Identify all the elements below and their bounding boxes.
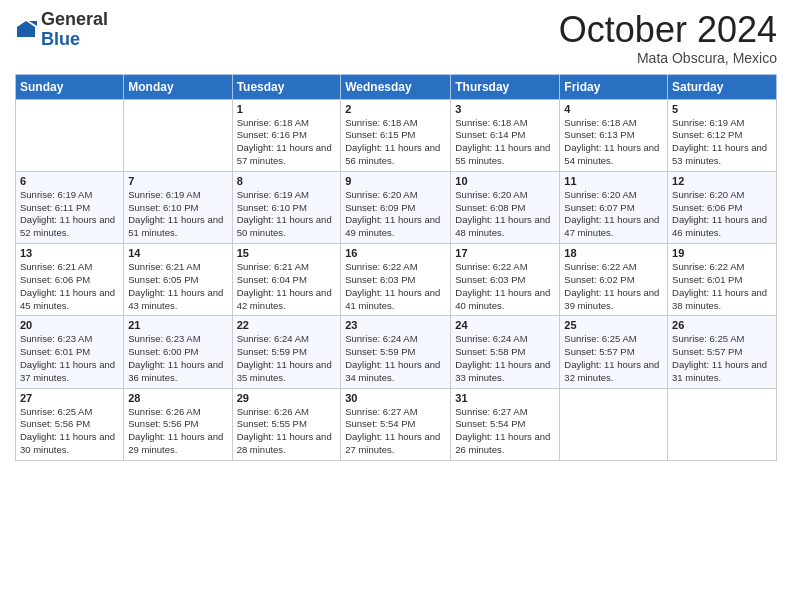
title-block: October 2024 Mata Obscura, Mexico xyxy=(559,10,777,66)
day-info: Sunrise: 6:22 AM Sunset: 6:02 PM Dayligh… xyxy=(564,261,663,312)
day-info: Sunrise: 6:21 AM Sunset: 6:06 PM Dayligh… xyxy=(20,261,119,312)
calendar-cell: 7Sunrise: 6:19 AM Sunset: 6:10 PM Daylig… xyxy=(124,171,232,243)
calendar-table: SundayMondayTuesdayWednesdayThursdayFrid… xyxy=(15,74,777,461)
day-info: Sunrise: 6:24 AM Sunset: 5:59 PM Dayligh… xyxy=(345,333,446,384)
day-info: Sunrise: 6:21 AM Sunset: 6:05 PM Dayligh… xyxy=(128,261,227,312)
day-number: 30 xyxy=(345,392,446,404)
day-info: Sunrise: 6:22 AM Sunset: 6:03 PM Dayligh… xyxy=(345,261,446,312)
calendar-cell: 1Sunrise: 6:18 AM Sunset: 6:16 PM Daylig… xyxy=(232,99,341,171)
day-info: Sunrise: 6:24 AM Sunset: 5:59 PM Dayligh… xyxy=(237,333,337,384)
logo-text: General Blue xyxy=(41,10,108,50)
day-number: 25 xyxy=(564,319,663,331)
day-number: 16 xyxy=(345,247,446,259)
logo-icon xyxy=(15,19,37,41)
day-number: 10 xyxy=(455,175,555,187)
page: General Blue October 2024 Mata Obscura, … xyxy=(0,0,792,612)
day-info: Sunrise: 6:20 AM Sunset: 6:08 PM Dayligh… xyxy=(455,189,555,240)
day-number: 21 xyxy=(128,319,227,331)
weekday-header-monday: Monday xyxy=(124,74,232,99)
calendar-cell: 11Sunrise: 6:20 AM Sunset: 6:07 PM Dayli… xyxy=(560,171,668,243)
calendar-cell xyxy=(16,99,124,171)
day-number: 29 xyxy=(237,392,337,404)
weekday-header-wednesday: Wednesday xyxy=(341,74,451,99)
day-info: Sunrise: 6:22 AM Sunset: 6:03 PM Dayligh… xyxy=(455,261,555,312)
calendar-cell: 12Sunrise: 6:20 AM Sunset: 6:06 PM Dayli… xyxy=(668,171,777,243)
day-number: 19 xyxy=(672,247,772,259)
day-number: 9 xyxy=(345,175,446,187)
day-number: 31 xyxy=(455,392,555,404)
calendar-cell: 17Sunrise: 6:22 AM Sunset: 6:03 PM Dayli… xyxy=(451,244,560,316)
calendar-cell: 18Sunrise: 6:22 AM Sunset: 6:02 PM Dayli… xyxy=(560,244,668,316)
logo: General Blue xyxy=(15,10,108,50)
day-info: Sunrise: 6:23 AM Sunset: 6:00 PM Dayligh… xyxy=(128,333,227,384)
day-number: 8 xyxy=(237,175,337,187)
weekday-header-friday: Friday xyxy=(560,74,668,99)
day-number: 28 xyxy=(128,392,227,404)
calendar-week-1: 1Sunrise: 6:18 AM Sunset: 6:16 PM Daylig… xyxy=(16,99,777,171)
calendar-cell: 3Sunrise: 6:18 AM Sunset: 6:14 PM Daylig… xyxy=(451,99,560,171)
day-number: 26 xyxy=(672,319,772,331)
day-info: Sunrise: 6:26 AM Sunset: 5:55 PM Dayligh… xyxy=(237,406,337,457)
calendar-cell: 26Sunrise: 6:25 AM Sunset: 5:57 PM Dayli… xyxy=(668,316,777,388)
weekday-header-sunday: Sunday xyxy=(16,74,124,99)
day-info: Sunrise: 6:20 AM Sunset: 6:07 PM Dayligh… xyxy=(564,189,663,240)
calendar-cell: 21Sunrise: 6:23 AM Sunset: 6:00 PM Dayli… xyxy=(124,316,232,388)
weekday-header-saturday: Saturday xyxy=(668,74,777,99)
calendar-week-2: 6Sunrise: 6:19 AM Sunset: 6:11 PM Daylig… xyxy=(16,171,777,243)
calendar-cell: 28Sunrise: 6:26 AM Sunset: 5:56 PM Dayli… xyxy=(124,388,232,460)
calendar-cell: 20Sunrise: 6:23 AM Sunset: 6:01 PM Dayli… xyxy=(16,316,124,388)
day-info: Sunrise: 6:27 AM Sunset: 5:54 PM Dayligh… xyxy=(345,406,446,457)
day-number: 4 xyxy=(564,103,663,115)
calendar-cell: 5Sunrise: 6:19 AM Sunset: 6:12 PM Daylig… xyxy=(668,99,777,171)
day-number: 6 xyxy=(20,175,119,187)
day-info: Sunrise: 6:18 AM Sunset: 6:14 PM Dayligh… xyxy=(455,117,555,168)
weekday-header-thursday: Thursday xyxy=(451,74,560,99)
location-subtitle: Mata Obscura, Mexico xyxy=(559,50,777,66)
day-number: 1 xyxy=(237,103,337,115)
calendar-cell: 9Sunrise: 6:20 AM Sunset: 6:09 PM Daylig… xyxy=(341,171,451,243)
day-info: Sunrise: 6:19 AM Sunset: 6:11 PM Dayligh… xyxy=(20,189,119,240)
calendar-week-3: 13Sunrise: 6:21 AM Sunset: 6:06 PM Dayli… xyxy=(16,244,777,316)
day-number: 23 xyxy=(345,319,446,331)
calendar-week-4: 20Sunrise: 6:23 AM Sunset: 6:01 PM Dayli… xyxy=(16,316,777,388)
day-number: 27 xyxy=(20,392,119,404)
weekday-header-tuesday: Tuesday xyxy=(232,74,341,99)
day-number: 20 xyxy=(20,319,119,331)
calendar-cell: 19Sunrise: 6:22 AM Sunset: 6:01 PM Dayli… xyxy=(668,244,777,316)
calendar-cell: 22Sunrise: 6:24 AM Sunset: 5:59 PM Dayli… xyxy=(232,316,341,388)
header: General Blue October 2024 Mata Obscura, … xyxy=(15,10,777,66)
calendar-cell: 27Sunrise: 6:25 AM Sunset: 5:56 PM Dayli… xyxy=(16,388,124,460)
day-info: Sunrise: 6:20 AM Sunset: 6:09 PM Dayligh… xyxy=(345,189,446,240)
day-number: 18 xyxy=(564,247,663,259)
day-info: Sunrise: 6:25 AM Sunset: 5:57 PM Dayligh… xyxy=(672,333,772,384)
day-info: Sunrise: 6:19 AM Sunset: 6:10 PM Dayligh… xyxy=(237,189,337,240)
calendar-cell: 2Sunrise: 6:18 AM Sunset: 6:15 PM Daylig… xyxy=(341,99,451,171)
day-number: 5 xyxy=(672,103,772,115)
day-number: 2 xyxy=(345,103,446,115)
day-number: 13 xyxy=(20,247,119,259)
day-info: Sunrise: 6:25 AM Sunset: 5:57 PM Dayligh… xyxy=(564,333,663,384)
day-number: 24 xyxy=(455,319,555,331)
calendar-cell: 15Sunrise: 6:21 AM Sunset: 6:04 PM Dayli… xyxy=(232,244,341,316)
calendar-cell: 31Sunrise: 6:27 AM Sunset: 5:54 PM Dayli… xyxy=(451,388,560,460)
day-info: Sunrise: 6:18 AM Sunset: 6:13 PM Dayligh… xyxy=(564,117,663,168)
day-info: Sunrise: 6:18 AM Sunset: 6:15 PM Dayligh… xyxy=(345,117,446,168)
calendar-cell: 30Sunrise: 6:27 AM Sunset: 5:54 PM Dayli… xyxy=(341,388,451,460)
calendar-cell: 25Sunrise: 6:25 AM Sunset: 5:57 PM Dayli… xyxy=(560,316,668,388)
day-info: Sunrise: 6:24 AM Sunset: 5:58 PM Dayligh… xyxy=(455,333,555,384)
day-info: Sunrise: 6:25 AM Sunset: 5:56 PM Dayligh… xyxy=(20,406,119,457)
day-number: 11 xyxy=(564,175,663,187)
day-info: Sunrise: 6:20 AM Sunset: 6:06 PM Dayligh… xyxy=(672,189,772,240)
calendar-cell xyxy=(560,388,668,460)
calendar-week-5: 27Sunrise: 6:25 AM Sunset: 5:56 PM Dayli… xyxy=(16,388,777,460)
day-info: Sunrise: 6:21 AM Sunset: 6:04 PM Dayligh… xyxy=(237,261,337,312)
day-info: Sunrise: 6:19 AM Sunset: 6:10 PM Dayligh… xyxy=(128,189,227,240)
calendar-cell: 16Sunrise: 6:22 AM Sunset: 6:03 PM Dayli… xyxy=(341,244,451,316)
day-number: 3 xyxy=(455,103,555,115)
calendar-cell: 4Sunrise: 6:18 AM Sunset: 6:13 PM Daylig… xyxy=(560,99,668,171)
calendar-cell: 13Sunrise: 6:21 AM Sunset: 6:06 PM Dayli… xyxy=(16,244,124,316)
calendar-cell: 6Sunrise: 6:19 AM Sunset: 6:11 PM Daylig… xyxy=(16,171,124,243)
calendar-cell xyxy=(124,99,232,171)
day-info: Sunrise: 6:26 AM Sunset: 5:56 PM Dayligh… xyxy=(128,406,227,457)
day-info: Sunrise: 6:19 AM Sunset: 6:12 PM Dayligh… xyxy=(672,117,772,168)
